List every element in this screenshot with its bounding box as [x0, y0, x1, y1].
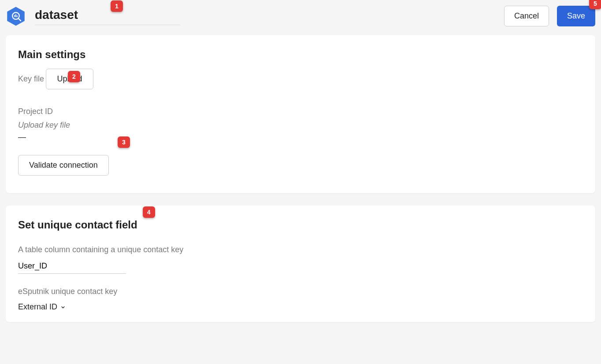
dataset-name-input[interactable]	[35, 7, 180, 25]
unique-contact-card: Set unique contact field 4 A table colum…	[6, 206, 595, 322]
unique-contact-heading: Set unique contact field	[18, 219, 137, 231]
table-column-group: A table column containing a unique conta…	[18, 245, 583, 274]
annotation-badge-2: 2	[68, 71, 80, 82]
key-file-group: Key file 2 Upload	[18, 69, 583, 89]
cancel-button[interactable]: Cancel	[504, 6, 549, 26]
svg-rect-4	[15, 14, 16, 17]
main-settings-card: Main settings Key file 2 Upload Project …	[6, 35, 595, 193]
bigquery-icon	[6, 6, 26, 26]
svg-rect-3	[14, 15, 15, 17]
project-id-value: —	[18, 132, 583, 142]
svg-rect-5	[17, 15, 18, 17]
table-column-label: A table column containing a unique conta…	[18, 245, 583, 254]
validate-connection-button[interactable]: Validate connection	[18, 155, 109, 176]
project-id-label: Project ID	[18, 107, 583, 116]
main-settings-heading: Main settings	[18, 48, 85, 61]
chevron-down-icon	[60, 304, 66, 310]
project-id-group: Project ID Upload key file —	[18, 107, 583, 142]
esputnik-key-dropdown[interactable]: External ID	[18, 302, 66, 312]
validate-group: Validate connection 3	[18, 155, 109, 176]
annotation-badge-3: 3	[118, 136, 130, 148]
annotation-badge-5: 5	[589, 0, 601, 9]
page-header: 1 Cancel Save 5	[6, 6, 595, 26]
header-left: 1	[6, 6, 180, 26]
table-column-input[interactable]	[18, 259, 126, 274]
project-id-hint: Upload key file	[18, 121, 583, 130]
key-file-label: Key file 2	[18, 74, 44, 84]
annotation-badge-1: 1	[111, 0, 123, 12]
save-button[interactable]: Save	[557, 6, 595, 26]
esputnik-key-label: eSputnik unique contact key	[18, 287, 583, 296]
header-actions: Cancel Save 5	[504, 6, 595, 26]
annotation-badge-4: 4	[143, 206, 155, 218]
key-file-label-text: Key file	[18, 74, 44, 83]
esputnik-key-group: eSputnik unique contact key External ID	[18, 287, 583, 312]
esputnik-key-value: External ID	[18, 302, 57, 312]
